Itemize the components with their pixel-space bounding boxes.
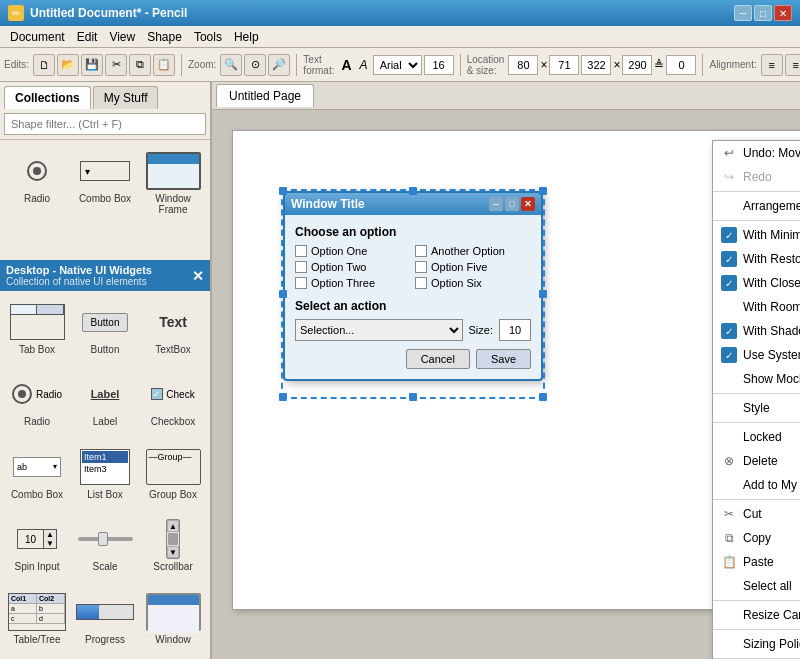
- page-tab-current[interactable]: Untitled Page: [216, 84, 314, 107]
- shape-item-textbox[interactable]: Text TextBox: [140, 295, 206, 365]
- checkbox-label-2: Option Two: [311, 261, 366, 273]
- copy-toolbar-button[interactable]: ⧉: [129, 54, 151, 76]
- menu-help[interactable]: Help: [228, 28, 265, 46]
- window-maximize-button[interactable]: □: [754, 5, 772, 21]
- shape-item-button[interactable]: Button Button: [72, 295, 138, 365]
- window-minimize-button[interactable]: ─: [734, 5, 752, 21]
- canvas-area[interactable]: Window Title ─ □ ✕ Choose an option O: [212, 110, 800, 659]
- context-menu-redo[interactable]: ↪ Redo Ctrl+Y: [713, 165, 800, 189]
- checkbox-box-4[interactable]: [415, 245, 427, 257]
- context-menu-room-icon[interactable]: With Room for Icon: [713, 295, 800, 319]
- dialog-select[interactable]: Selection...: [295, 319, 463, 341]
- shape-item-tabbox[interactable]: Tab Box: [4, 295, 70, 365]
- rotation-input[interactable]: [666, 55, 696, 75]
- align-center-button[interactable]: ≡: [785, 54, 800, 76]
- context-menu-copy[interactable]: ⧉ Copy Ctrl+C: [713, 526, 800, 550]
- shape-item-scrollbar[interactable]: ▲ ▼ Scrollbar: [140, 512, 206, 582]
- shape-item-windowframe[interactable]: Window Frame: [140, 144, 206, 256]
- open-button[interactable]: 📂: [57, 54, 79, 76]
- location-w-input[interactable]: [581, 55, 611, 75]
- ctx-delete-label: Delete: [743, 454, 778, 468]
- shape-item-combobox[interactable]: ▾ Combo Box: [72, 144, 138, 256]
- collection-close-icon[interactable]: ✕: [192, 268, 204, 284]
- zoom-out-button[interactable]: 🔍: [220, 54, 242, 76]
- text-italic-icon[interactable]: A: [357, 58, 371, 72]
- checkbox-option2[interactable]: Option Two: [295, 261, 411, 273]
- location-y-input[interactable]: [549, 55, 579, 75]
- context-menu-shadow[interactable]: ✓ With Shadow: [713, 319, 800, 343]
- edits-label: Edits:: [4, 59, 29, 70]
- font-selector[interactable]: Arial: [373, 55, 422, 75]
- context-menu-mockup[interactable]: Show Mockup Notice: [713, 367, 800, 391]
- context-menu-resize-canvas[interactable]: Resize Canvas ▶: [713, 603, 800, 627]
- paste-toolbar-button[interactable]: 📋: [153, 54, 175, 76]
- shape-item-radio[interactable]: Radio: [4, 144, 70, 256]
- checkbox-option3[interactable]: Option Three: [295, 277, 411, 289]
- context-menu-locked[interactable]: Locked: [713, 425, 800, 449]
- menu-edit[interactable]: Edit: [71, 28, 104, 46]
- context-menu-arrangement[interactable]: Arrangement ▶: [713, 194, 800, 218]
- room-icon-empty: [721, 299, 737, 315]
- shape-item-window[interactable]: Window: [140, 585, 206, 655]
- shape-item-label[interactable]: Label Label: [72, 367, 138, 437]
- tab-collections[interactable]: Collections: [4, 86, 91, 109]
- context-menu-sizing-policy[interactable]: Sizing Policy...: [713, 632, 800, 656]
- new-button[interactable]: 🗋: [33, 54, 55, 76]
- location-x-input[interactable]: [508, 55, 538, 75]
- checkbox-option1[interactable]: Option One: [295, 245, 411, 257]
- checkbox-box-6[interactable]: [415, 277, 427, 289]
- cut-toolbar-button[interactable]: ✂: [105, 54, 127, 76]
- context-menu-paste[interactable]: 📋 Paste Ctrl+V: [713, 550, 800, 574]
- checkbox-option6[interactable]: Option Six: [415, 277, 531, 289]
- checkbox-option5[interactable]: Option Five: [415, 261, 531, 273]
- tab-mystuff[interactable]: My Stuff: [93, 86, 159, 109]
- dialog-save-button[interactable]: Save: [476, 349, 531, 369]
- menu-tools[interactable]: Tools: [188, 28, 228, 46]
- menu-document[interactable]: Document: [4, 28, 71, 46]
- dialog-cancel-button[interactable]: Cancel: [406, 349, 470, 369]
- dialog-maximize-button[interactable]: □: [505, 197, 519, 211]
- context-menu-restore-btn[interactable]: ✓ With Restore Button: [713, 247, 800, 271]
- context-menu-selectall[interactable]: Select all Ctrl+A: [713, 574, 800, 598]
- shape-item-spininput[interactable]: 10 ▲ ▼ Spin Input: [4, 512, 70, 582]
- context-menu-system-bg[interactable]: ✓ Use System Background Color: [713, 343, 800, 367]
- shape-item-checkbox[interactable]: ✓ Check Checkbox: [140, 367, 206, 437]
- font-size-input[interactable]: [424, 55, 454, 75]
- menu-view[interactable]: View: [103, 28, 141, 46]
- zoom-in-button[interactable]: 🔎: [268, 54, 290, 76]
- shape-item-combobox2[interactable]: ab ▾ Combo Box: [4, 440, 70, 510]
- context-menu-minimize-btn[interactable]: ✓ With Minimize Button: [713, 223, 800, 247]
- shape-search-input[interactable]: [4, 113, 206, 135]
- shape-item-table[interactable]: Col1 Col2 a b c d Table/Tree: [4, 585, 70, 655]
- shape-item-progress[interactable]: Progress: [72, 585, 138, 655]
- save-button[interactable]: 💾: [81, 54, 103, 76]
- context-menu-close-btn[interactable]: ✓ With Close Button: [713, 271, 800, 295]
- checkbox-box-2[interactable]: [295, 261, 307, 273]
- checkbox-box-1[interactable]: [295, 245, 307, 257]
- checkbox-label-3: Option Three: [311, 277, 375, 289]
- shape-item-scale[interactable]: Scale: [72, 512, 138, 582]
- checkbox-box-5[interactable]: [415, 261, 427, 273]
- ctx-undo-label: Undo: Move: [743, 146, 800, 160]
- checkbox-box-3[interactable]: [295, 277, 307, 289]
- context-menu: ↩ Undo: Move Ctrl+Z ↪ Redo Ctrl+Y Arrang…: [712, 140, 800, 659]
- context-menu-add-collection[interactable]: Add to My Collections...: [713, 473, 800, 497]
- context-menu-delete[interactable]: ⊗ Delete: [713, 449, 800, 473]
- text-bold-icon[interactable]: A: [338, 57, 354, 73]
- dialog-close-button[interactable]: ✕: [521, 197, 535, 211]
- ctx-sep-7: [713, 629, 800, 630]
- context-menu-undo[interactable]: ↩ Undo: Move Ctrl+Z: [713, 141, 800, 165]
- dialog-minimize-button[interactable]: ─: [489, 197, 503, 211]
- context-menu-cut[interactable]: ✂ Cut Ctrl+X: [713, 502, 800, 526]
- dialog-size-input[interactable]: [499, 319, 531, 341]
- window-close-button[interactable]: ✕: [774, 5, 792, 21]
- shape-item-radio2[interactable]: Radio Radio: [4, 367, 70, 437]
- menu-shape[interactable]: Shape: [141, 28, 188, 46]
- checkbox-option4[interactable]: Another Option: [415, 245, 531, 257]
- shape-item-groupbox[interactable]: ―Group― Group Box: [140, 440, 206, 510]
- zoom-reset-button[interactable]: ⊙: [244, 54, 266, 76]
- align-left-button[interactable]: ≡: [761, 54, 783, 76]
- context-menu-style[interactable]: Style ▶: [713, 396, 800, 420]
- shape-item-listbox[interactable]: Item1 Item3 List Box: [72, 440, 138, 510]
- location-h-input[interactable]: [622, 55, 652, 75]
